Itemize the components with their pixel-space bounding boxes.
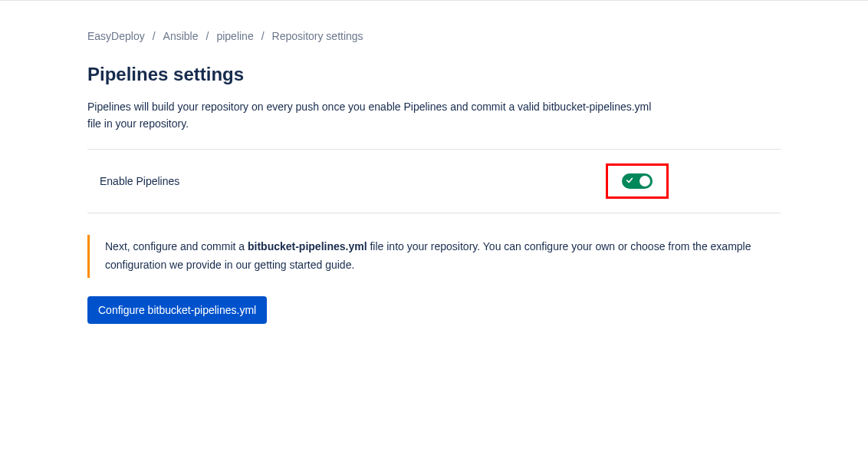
enable-pipelines-toggle[interactable] [622,173,653,189]
configure-button[interactable]: Configure bitbucket-pipelines.yml [87,296,267,324]
breadcrumb-item-repo[interactable]: pipeline [216,30,253,42]
info-callout: Next, configure and commit a bitbucket-p… [87,235,762,278]
info-text-prefix: Next, configure and commit a [105,240,248,252]
breadcrumb-item-project[interactable]: Ansible [163,30,199,42]
toggle-highlight-box [606,163,669,199]
info-filename: bitbucket-pipelines.yml [248,240,367,252]
breadcrumb-separator: / [206,30,209,42]
breadcrumb-item-current[interactable]: Repository settings [272,30,363,42]
enable-pipelines-row: Enable Pipelines [87,149,781,213]
breadcrumb-item-workspace[interactable]: EasyDeploy [87,30,145,42]
page-description: Pipelines will build your repository on … [87,99,655,132]
enable-pipelines-label: Enable Pipelines [100,175,179,187]
breadcrumb: EasyDeploy / Ansible / pipeline / Reposi… [87,30,781,42]
check-icon [626,177,633,184]
breadcrumb-separator: / [153,30,156,42]
toggle-knob [639,176,650,186]
page-title: Pipelines settings [87,64,781,85]
breadcrumb-separator: / [261,30,265,42]
